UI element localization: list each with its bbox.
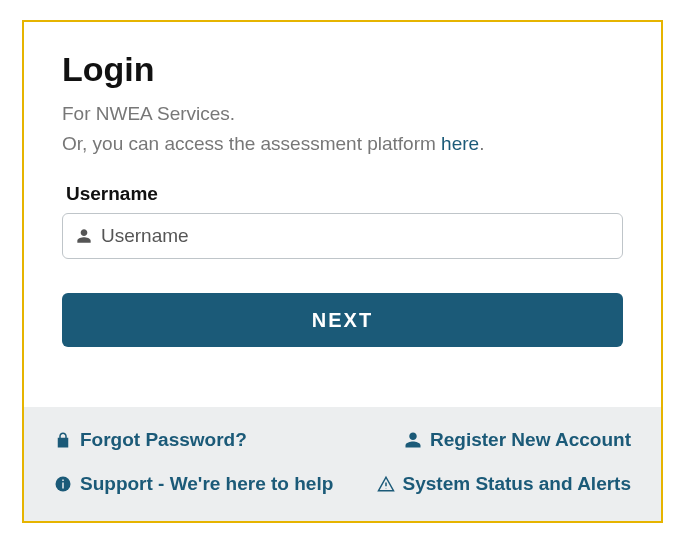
user-icon: [76, 228, 92, 244]
footer-row-1: Forgot Password? Register New Account: [54, 429, 631, 451]
system-status-link[interactable]: System Status and Alerts: [377, 473, 631, 495]
footer-links-area: Forgot Password? Register New Account Su…: [24, 407, 661, 521]
next-button[interactable]: NEXT: [62, 293, 623, 347]
user-icon: [404, 431, 422, 449]
username-input-wrap: [62, 213, 623, 259]
username-input[interactable]: [62, 213, 623, 259]
page-title: Login: [62, 50, 623, 89]
support-link[interactable]: Support - We're here to help: [54, 473, 333, 495]
login-panel: Login For NWEA Services. Or, you can acc…: [22, 20, 663, 523]
subtitle-alt-access: Or, you can access the assessment platfo…: [62, 133, 623, 155]
assessment-platform-link[interactable]: here: [441, 133, 479, 154]
system-status-label: System Status and Alerts: [403, 473, 631, 495]
register-account-label: Register New Account: [430, 429, 631, 451]
info-icon: [54, 475, 72, 493]
subtitle-alt-text: Or, you can access the assessment platfo…: [62, 133, 441, 154]
register-account-link[interactable]: Register New Account: [404, 429, 631, 451]
subtitle-services: For NWEA Services.: [62, 103, 623, 125]
login-form-area: Login For NWEA Services. Or, you can acc…: [24, 22, 661, 407]
svg-rect-2: [62, 480, 64, 482]
forgot-password-link[interactable]: Forgot Password?: [54, 429, 247, 451]
support-label: Support - We're here to help: [80, 473, 333, 495]
username-label: Username: [66, 183, 623, 205]
footer-row-2: Support - We're here to help System Stat…: [54, 473, 631, 495]
subtitle-alt-suffix: .: [479, 133, 484, 154]
svg-rect-1: [62, 483, 64, 489]
alert-icon: [377, 475, 395, 493]
forgot-password-label: Forgot Password?: [80, 429, 247, 451]
lock-icon: [54, 431, 72, 449]
